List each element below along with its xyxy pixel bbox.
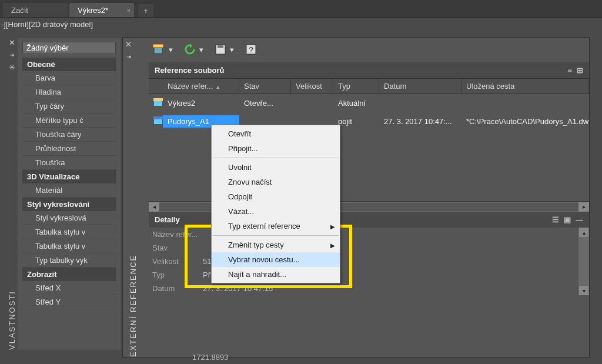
file-refs-header: Reference souborů ≡ ⊞ — [149, 62, 589, 78]
scroll-right-icon[interactable]: ▸ — [578, 202, 589, 212]
prop-tloustka[interactable]: Tloušťka — [22, 156, 116, 170]
sort-asc-icon: ▲ — [215, 84, 220, 90]
help-button[interactable]: ? — [244, 42, 258, 56]
prop-material[interactable]: Materiál — [22, 183, 116, 198]
menu-xref-type[interactable]: Typ externí reference▶ — [212, 219, 340, 233]
col-cesta[interactable]: Uložená cesta — [461, 79, 589, 93]
gear-icon[interactable]: ✳ — [9, 63, 15, 72]
context-menu: Otevřít Připojit... Uvolnit Znovu načíst… — [211, 125, 340, 283]
scroll-down-icon[interactable]: ▾ — [579, 286, 588, 295]
stred-y-value: 1721.8893 — [192, 353, 228, 362]
menu-attach[interactable]: Připojit... — [212, 141, 340, 156]
v-scrollbar[interactable]: ▴ ▾ — [578, 228, 589, 295]
menu-unload[interactable]: Uvolnit — [212, 160, 340, 175]
menu-reload[interactable]: Znovu načíst — [212, 175, 340, 189]
dock-icon[interactable]: ⇥ — [126, 54, 131, 60]
prop-stred-y[interactable]: Střed Y — [22, 295, 116, 309]
menu-find-replace[interactable]: Najít a nahradit... — [212, 267, 340, 282]
prop-tab-stylu2[interactable]: Tabulka stylu v — [22, 239, 116, 253]
properties-palette-title: VLASTNOSTI — [6, 38, 18, 350]
svg-rect-1 — [153, 44, 163, 48]
menu-select-new-path[interactable]: Vybrat novou cestu... — [212, 252, 340, 267]
chevron-down-icon[interactable]: ▾ — [169, 45, 175, 54]
xref-toolbar: ▾ ▾ ▾ ? — [123, 38, 589, 62]
menu-path-type[interactable]: Změnit typ cesty▶ — [212, 238, 340, 252]
attach-dwg-button[interactable] — [152, 42, 166, 56]
dwg-icon — [153, 98, 163, 107]
minimize-icon[interactable]: — — [576, 215, 583, 224]
properties-palette: Žádný výběr Obecné Barva Hladina Typ čár… — [18, 38, 121, 350]
save-button[interactable] — [213, 42, 228, 56]
prop-stred-x[interactable]: Střed X — [22, 281, 116, 295]
scroll-left-icon[interactable]: ◂ — [149, 202, 159, 212]
selection-dropdown[interactable]: Žádný výběr — [22, 42, 116, 54]
tab-drawing[interactable]: Výkres2* × — [69, 3, 134, 17]
chevron-down-icon[interactable]: ▾ — [199, 45, 205, 54]
col-name[interactable]: Název refer...▲ — [163, 79, 239, 93]
col-datum[interactable]: Datum — [379, 79, 461, 93]
tab-start[interactable]: Začít — [3, 3, 68, 17]
close-icon[interactable]: ✕ — [9, 38, 15, 47]
scroll-up-icon[interactable]: ▴ — [579, 228, 588, 237]
details-view-icon[interactable]: ☰ — [552, 215, 559, 224]
section-styl[interactable]: Styl vykreslování — [22, 198, 116, 211]
svg-rect-7 — [153, 98, 163, 101]
menu-open[interactable]: Otevřít — [212, 126, 340, 141]
svg-text:?: ? — [249, 45, 253, 54]
prop-barva[interactable]: Barva — [22, 71, 116, 85]
menu-bind[interactable]: Vázat... — [212, 204, 340, 219]
close-icon[interactable]: × — [127, 6, 131, 14]
prop-hladina[interactable]: Hladina — [22, 85, 116, 99]
panel-title: Reference souborů — [155, 66, 224, 75]
menu-separator — [213, 158, 339, 158]
tab-bar: Začít Výkres2* × + — [0, 0, 602, 18]
close-icon[interactable]: ✕ — [125, 40, 132, 49]
list-view-icon[interactable]: ≡ — [567, 66, 572, 75]
chevron-right-icon: ▶ — [330, 242, 335, 249]
add-tab-button[interactable]: + — [138, 4, 153, 17]
chevron-down-icon[interactable]: ▾ — [230, 45, 236, 54]
col-velikost[interactable]: Velikost — [291, 79, 333, 93]
prop-typ-tabulky[interactable]: Typ tabulky vyk — [22, 253, 116, 268]
menu-detach[interactable]: Odpojit — [212, 189, 340, 204]
preview-icon[interactable]: ▣ — [564, 215, 571, 224]
table-row[interactable]: Výkres2 Otevře... Aktuální — [149, 94, 589, 112]
section-zobrazit[interactable]: Zobrazit — [22, 268, 116, 281]
section-3dviz[interactable]: 3D Vizualizace — [22, 170, 116, 183]
xref-palette-title: EXTERNÍ REFERENCE — [126, 38, 139, 357]
chevron-right-icon: ▶ — [330, 223, 335, 230]
tree-view-icon[interactable]: ⊞ — [577, 66, 583, 75]
xref-palette: EXTERNÍ REFERENCE ✕ ⇥ ▾ ▾ ▾ ? Referen — [122, 37, 590, 358]
prop-tloustka-cary[interactable]: Tloušťka čáry — [22, 128, 116, 142]
workspace: VLASTNOSTI ✕ ⇥ ✳ Žádný výběr Obecné Barv… — [0, 32, 602, 364]
svg-rect-9 — [153, 116, 163, 119]
col-stav[interactable]: Stav — [239, 79, 291, 93]
prop-tab-stylu1[interactable]: Tabulka stylu v — [22, 225, 116, 239]
panel-title: Detaily — [155, 215, 180, 224]
prop-pruhlednost[interactable]: Průhlednost — [22, 142, 116, 156]
prop-typ-cary[interactable]: Typ čáry — [22, 99, 116, 113]
prop-styl-vykr[interactable]: Styl vykreslová — [22, 211, 116, 225]
refresh-button[interactable] — [183, 42, 197, 56]
dwg-icon — [153, 116, 163, 125]
prop-meritko[interactable]: Měřítko typu č — [22, 113, 116, 128]
col-typ[interactable]: Typ — [333, 79, 379, 93]
menu-separator — [213, 235, 339, 236]
svg-rect-3 — [218, 45, 223, 48]
section-obecne[interactable]: Obecné — [22, 58, 116, 71]
viewport-label[interactable]: -][Horní][2D drátový model] — [0, 18, 602, 31]
table-header: Název refer...▲ Stav Velikost Typ Datum … — [149, 78, 589, 94]
dock-icon[interactable]: ⇥ — [9, 52, 14, 58]
